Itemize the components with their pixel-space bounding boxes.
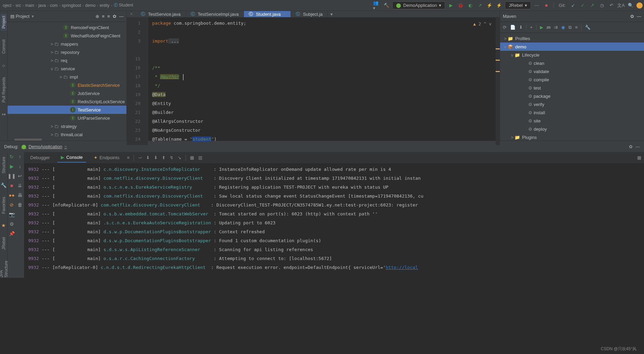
download-icon[interactable]: ⬇: [519, 25, 523, 30]
search-icon[interactable]: 🔍: [627, 2, 634, 9]
translate-icon[interactable]: 文A: [617, 2, 625, 9]
maven-goal-site[interactable]: ⚙ site: [500, 117, 644, 125]
tree-folder-mappers[interactable]: >🗀mappers: [8, 40, 126, 48]
breadcrumb-item[interactable]: demo: [84, 3, 97, 8]
tree-folder-req[interactable]: >🗀req: [8, 56, 126, 64]
wrench-icon[interactable]: 🔧: [1, 182, 7, 188]
scroll-icon[interactable]: ⇊: [18, 183, 22, 188]
tabs-overflow[interactable]: ▾: [328, 11, 336, 17]
calculator-icon[interactable]: ▦: [190, 155, 194, 160]
maven-project-demo[interactable]: v📦demo: [500, 43, 644, 51]
breadcrumb-item[interactable]: oject: [1, 3, 13, 8]
jrebel-run-icon[interactable]: ⚡: [486, 2, 493, 9]
layout-icon[interactable]: ▦: [637, 155, 641, 160]
expand-icon[interactable]: >: [49, 42, 54, 47]
trash-icon[interactable]: 🗑: [18, 202, 22, 208]
reload-icon[interactable]: ⟳: [503, 25, 507, 30]
breadcrumb-item[interactable]: Ⓒ Student: [112, 2, 135, 8]
project-tree[interactable]: IRemoteFeignClientIWechatRobotFeignClien…: [8, 22, 126, 139]
jrebel-debug-icon[interactable]: ⚡: [495, 2, 503, 9]
filter-icon[interactable]: ≡: [127, 155, 130, 160]
run-to-cursor-icon[interactable]: ↘: [178, 155, 181, 160]
tab-student[interactable]: ⒸStudent.java×: [244, 11, 291, 17]
tab-testservice[interactable]: ⒸTestService.java: [136, 11, 186, 17]
tab-favorites[interactable]: Favorites: [1, 195, 7, 216]
down-icon[interactable]: ↓: [19, 164, 21, 169]
tree-item-elasticsearchservice[interactable]: IElasticSearchService: [8, 81, 126, 89]
mute-bp-icon[interactable]: ⊘: [10, 202, 14, 208]
minimize-icon[interactable]: —: [637, 14, 641, 19]
collapse-icon[interactable]: ≡: [575, 25, 578, 30]
expand-icon[interactable]: >: [49, 50, 54, 55]
breadcrumb-item[interactable]: java: [37, 3, 47, 8]
minimize-icon[interactable]: —: [635, 144, 640, 149]
maven-goal-validate[interactable]: ⚙ validate: [500, 67, 644, 75]
tab-pullrequests[interactable]: Pull Requests: [1, 75, 7, 105]
tree-item-urlparseservice[interactable]: IUrlParseService: [8, 114, 126, 122]
tab-structure[interactable]: Structure: [1, 155, 7, 176]
scrollbar-horizontal[interactable]: [14, 139, 42, 141]
maven-goal-package[interactable]: ⚙ package: [500, 92, 644, 100]
rerun-icon[interactable]: ↻: [10, 154, 14, 160]
pause-icon[interactable]: ❚❚: [8, 173, 16, 179]
git-pull-icon[interactable]: ↙: [569, 2, 577, 9]
debug-app-chip[interactable]: ⬤DemoApplication×: [19, 143, 70, 150]
fold-column[interactable]: [144, 17, 148, 145]
expand-icon[interactable]: >: [49, 58, 54, 63]
wrench-icon[interactable]: 🔧: [585, 25, 590, 30]
line-gutter[interactable]: 123 15161718192021222324: [127, 17, 144, 145]
locate-icon[interactable]: ⊕: [95, 14, 99, 19]
jrebel-dropdown[interactable]: JRebel▾: [505, 1, 531, 9]
add-icon[interactable]: +: [530, 25, 533, 30]
pr-icon[interactable]: ↣: [2, 111, 6, 117]
run-config-dropdown[interactable]: ⬤DemoApplication▾: [392, 1, 445, 9]
tree-item-redisscriptlockservice[interactable]: IRedisScriptLockService: [8, 97, 126, 106]
gear-icon[interactable]: ✿: [630, 14, 634, 19]
breadcrumb-item[interactable]: main: [24, 3, 35, 8]
maven-lifecycle[interactable]: v📁Lifecycle: [500, 51, 644, 59]
stop-icon[interactable]: ■: [543, 2, 550, 9]
profile-icon[interactable]: ↗: [476, 2, 484, 9]
tab-jpa[interactable]: JPA Structure: [0, 259, 9, 278]
expand-icon[interactable]: ≡: [102, 14, 105, 19]
maven-goal-deploy[interactable]: ⚙ deploy: [500, 125, 644, 133]
skip-tests-icon[interactable]: ⇉: [554, 25, 558, 30]
expand-icon[interactable]: >: [49, 124, 54, 129]
tree-folder-repostory[interactable]: >🗀repostory: [8, 48, 126, 56]
tab-endpoints[interactable]: ✦Endpoints: [90, 153, 123, 162]
debug-icon[interactable]: 🐞: [457, 2, 464, 9]
tab-jrebel[interactable]: JRebel: [1, 235, 7, 252]
collapse-icon[interactable]: ≡: [107, 14, 110, 19]
step-into-icon[interactable]: ⬇: [146, 155, 150, 160]
tree-folder-threallocal[interactable]: >🗀threalLocal: [8, 130, 126, 139]
maven-goal-install[interactable]: ⚙ install: [500, 108, 644, 117]
evaluate-icon[interactable]: ▥: [198, 155, 202, 160]
print-icon[interactable]: 🖶: [18, 192, 22, 198]
pin-icon[interactable]: 📌: [9, 231, 15, 236]
code-editor[interactable]: ▲2^v package com.springboot.demo.entity;…: [148, 17, 496, 145]
stop-icon[interactable]: ■: [10, 183, 13, 188]
run-icon[interactable]: ▶: [540, 25, 543, 30]
minimize-icon[interactable]: —: [119, 14, 124, 19]
commit-icon[interactable]: ○: [2, 63, 5, 68]
maven-plugins[interactable]: >📁Plugins: [500, 133, 644, 141]
tree-item-remotefeignclient[interactable]: IRemoteFeignClient: [8, 23, 126, 32]
generate-sources-icon[interactable]: 📄: [510, 25, 516, 30]
tab-debugger[interactable]: Debugger: [27, 153, 53, 162]
scroll-error-stripe[interactable]: [496, 17, 500, 145]
tree-item-wechatrobotfeignclient[interactable]: IWechatRobotFeignClient: [8, 32, 126, 40]
force-step-into-icon[interactable]: ⬇: [154, 155, 158, 160]
console-output[interactable]: 9932 --- [ main] c.n.discovery.InstanceI…: [24, 164, 644, 278]
coverage-icon[interactable]: ◐: [466, 2, 474, 9]
rollback-icon[interactable]: ↶: [608, 2, 615, 9]
tab-commit[interactable]: Commit: [1, 37, 7, 56]
history-icon[interactable]: ◷: [598, 2, 606, 9]
breadcrumb-item[interactable]: entity: [98, 3, 111, 8]
breadcrumb-item[interactable]: springboot: [60, 3, 82, 8]
attach-icon[interactable]: ⋯: [533, 2, 541, 9]
step-over-icon[interactable]: ⤻: [138, 155, 142, 160]
breadcrumb-item[interactable]: com: [48, 3, 59, 8]
expand-icon[interactable]: >: [49, 132, 54, 137]
settings-icon[interactable]: ✿: [113, 14, 116, 19]
tree-item-jobservice[interactable]: IJobService: [8, 89, 126, 97]
